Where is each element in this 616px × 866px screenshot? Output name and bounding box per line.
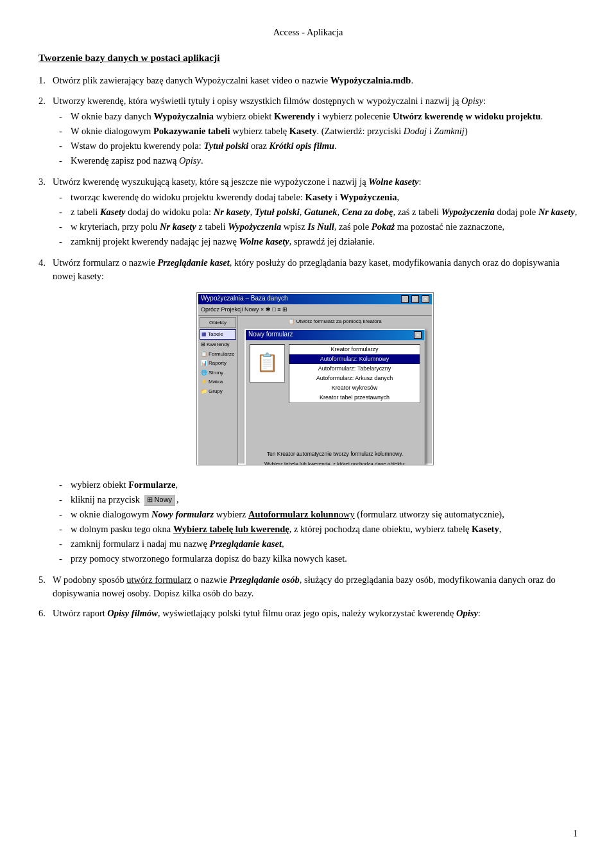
bullet-item: - Kwerendę zapisz pod nazwą Opisy. — [59, 154, 578, 168]
description-panel: Ten Kreator automatycznie tworzy formula… — [246, 449, 424, 459]
toolbar: Oprócz Projekcji Nowy × ✱ □ ≡ ⊞ — [198, 304, 432, 316]
sidebar-btn-objects: Obiekty — [200, 317, 236, 329]
page-header: Access - Aplikacja — [38, 26, 578, 39]
dash: - — [59, 523, 68, 536]
bullet-text: W oknie dialogowym Pokazywanie tabeli wy… — [71, 125, 468, 138]
dash: - — [59, 235, 68, 248]
form-icon: 📋 — [256, 350, 278, 376]
dash: - — [59, 478, 68, 492]
list-item: 2. Utworzy kwerendę, która wyświetli tyt… — [38, 94, 578, 169]
bullet-text: zamknij formularz i nadaj mu nazwę Przeg… — [71, 537, 284, 551]
win-content: Obiekty ▦ Tabele ⊞ Kwerendy 📋 Formularze — [198, 316, 432, 465]
list-num: 1. — [38, 74, 53, 87]
bullet-text: wybierz obiekt Formularze, — [71, 478, 178, 492]
dash: - — [59, 552, 68, 566]
dash: - — [59, 508, 68, 521]
bullet-text: W oknie bazy danych Wypożyczalnia wybier… — [71, 110, 543, 123]
sidebar-item-raporty: 📊 Raporty — [200, 359, 236, 368]
sidebar-item-strony: 🌐 Strony — [200, 368, 236, 377]
screenshot-image: Wypożyczalnia – Baza danych _ □ × Oprócz… — [196, 292, 434, 465]
action-bar: 📋 Utwórz formularz za pomocą kreatora — [239, 317, 431, 326]
toolbar-text: Oprócz Projekcji Nowy × ✱ □ ≡ ⊞ — [201, 306, 287, 314]
dash: - — [59, 139, 68, 153]
option-autoformularz-ark: Autoformularz: Arkusz danych — [289, 374, 420, 383]
option-kreator-tab: Kreator tabel przestawnych — [289, 393, 420, 403]
bullet-item: - z tabeli Kasety dodaj do widoku pola: … — [59, 205, 578, 219]
document-heading: Tworzenie bazy danych w postaci aplikacj… — [38, 51, 578, 65]
main-panel: 📋 Utwórz formularz za pomocą kreatora No… — [238, 316, 432, 465]
option-autoformularz-tab: Autoformularz: Tabelaryczny — [289, 364, 420, 374]
form-icon-preview: 📋 — [250, 344, 285, 383]
item2-bullets: - W oknie bazy danych Wypożyczalnia wybi… — [53, 110, 578, 168]
sidebar-item-tabele: ▦ Tabele — [200, 329, 236, 340]
minimize-btn: _ — [401, 295, 409, 303]
list-body: Otwórz plik zawierający bazę danych Wypo… — [53, 74, 578, 87]
outer-win-title-text: Wypożyczalnia – Baza danych — [201, 294, 288, 304]
item3-bullets: - tworząc kwerendę do widoku projektu kw… — [53, 191, 578, 248]
list-body: Utwórz formularz o nazwie Przeglądanie k… — [53, 256, 578, 567]
bullet-item: - przy pomocy stworzonego formularza dop… — [59, 552, 578, 566]
dash: - — [59, 125, 68, 138]
dash: - — [59, 537, 68, 551]
list-num: 3. — [38, 175, 53, 250]
dash: - — [59, 191, 68, 204]
close-btn: × — [422, 295, 429, 303]
description-text: Ten Kreator automatycznie tworzy formula… — [267, 451, 403, 457]
dialog-close-btn: × — [414, 331, 422, 339]
bullet-item: - W oknie bazy danych Wypożyczalnia wybi… — [59, 110, 578, 123]
page-title: Access - Aplikacja — [273, 27, 343, 37]
item5-text: W podobny sposób utwórz formularz o nazw… — [53, 575, 556, 598]
inner-dialog-title: Nowy formularz × — [246, 330, 424, 340]
list-item: 5. W podobny sposób utwórz formularz o n… — [38, 573, 578, 600]
sidebar-item-makra: ⚡ Makra — [200, 377, 236, 386]
list-body: Utwórz kwerendę wyszukującą kasety, któr… — [53, 175, 578, 250]
inner-dialog-controls: × — [413, 330, 422, 340]
inner-dialog: Nowy formularz × � — [244, 329, 425, 465]
footer-label2: której pochodzą dane obiektu: — [337, 461, 406, 465]
bullet-text: kliknij na przycisk ⊞ Nowy, — [71, 493, 179, 507]
list-num: 5. — [38, 573, 53, 600]
footer-label: Wybierz tabelę lub kwerendę, z — [264, 461, 336, 465]
list-body: Utwórz raport Opisy filmów, wyświetlając… — [53, 607, 578, 620]
outer-window: Wypożyczalnia – Baza danych _ □ × Oprócz… — [197, 293, 433, 465]
item4-bullets: - wybierz obiekt Formularze, - kliknij n… — [53, 478, 578, 566]
bullet-item: - wybierz obiekt Formularze, — [59, 478, 578, 492]
bullet-text: zamknij projekt kwerendy nadając jej naz… — [71, 235, 375, 248]
item1-text: Otwórz plik zawierający bazę danych Wypo… — [53, 75, 413, 85]
list-num: 4. — [38, 256, 53, 567]
list-body: W podobny sposób utwórz formularz o nazw… — [53, 573, 578, 600]
outer-window-title: Wypożyczalnia – Baza danych _ □ × — [198, 294, 432, 304]
main-content: Tworzenie bazy danych w postaci aplikacj… — [38, 51, 578, 620]
bullet-text: przy pomocy stworzonego formularza dopis… — [71, 552, 347, 566]
bullet-text: w oknie dialogowym Nowy formularz wybier… — [71, 508, 504, 521]
win-controls: _ □ × — [400, 294, 429, 304]
bullet-text: tworząc kwerendę do widoku projektu kwer… — [71, 191, 399, 204]
sidebar-item-kwerendy: ⊞ Kwerendy — [200, 340, 236, 349]
item6-text: Utwórz raport Opisy filmów, wyświetlając… — [53, 608, 481, 618]
nowy-button-icon: ⊞ Nowy — [144, 494, 176, 506]
sidebar-panel: Obiekty ▦ Tabele ⊞ Kwerendy 📋 Formularze — [198, 316, 238, 465]
bullet-text: w kryteriach, przy polu Nr kasety z tabe… — [71, 220, 504, 234]
dash: - — [59, 493, 68, 507]
bullet-text: Wstaw do projektu kwerendy pola: Tytuł p… — [71, 139, 337, 153]
bullet-item: - w kryteriach, przy polu Nr kasety z ta… — [59, 220, 578, 234]
bullet-item: - zamknij projekt kwerendy nadając jej n… — [59, 235, 578, 248]
sidebar-item-grupy: 📁 Grupy — [200, 387, 236, 396]
screenshot-container: Wypożyczalnia – Baza danych _ □ × Oprócz… — [53, 292, 578, 469]
bullet-text: Kwerendę zapisz pod nazwą Opisy. — [71, 154, 203, 168]
maximize-btn: □ — [411, 295, 419, 303]
options-list: Kreator formularzy Autoformularz: Kolumn… — [289, 344, 420, 403]
footer-label-row: Wybierz tabelę lub kwerendę, z której po… — [250, 460, 420, 465]
main-list: 1. Otwórz plik zawierający bazę danych W… — [38, 74, 578, 619]
inner-dialog-title-text: Nowy formularz — [248, 330, 293, 340]
item4-intro: Utwórz formularz o nazwie Przeglądanie k… — [53, 257, 560, 281]
list-item: 3. Utwórz kwerendę wyszukującą kasety, k… — [38, 175, 578, 250]
list-num: 2. — [38, 94, 53, 169]
dash: - — [59, 154, 68, 168]
list-item: 4. Utwórz formularz o nazwie Przeglądani… — [38, 256, 578, 567]
bullet-item: - tworząc kwerendę do widoku projektu kw… — [59, 191, 578, 204]
options-container: Kreator formularzy Autoformularz: Kolumn… — [289, 344, 420, 445]
bullet-text: w dolnym pasku tego okna Wybierz tabelę … — [71, 523, 501, 536]
item2-intro: Utworzy kwerendę, która wyświetli tytuły… — [53, 96, 486, 106]
item3-intro: Utwórz kwerendę wyszukującą kasety, któr… — [53, 177, 422, 187]
